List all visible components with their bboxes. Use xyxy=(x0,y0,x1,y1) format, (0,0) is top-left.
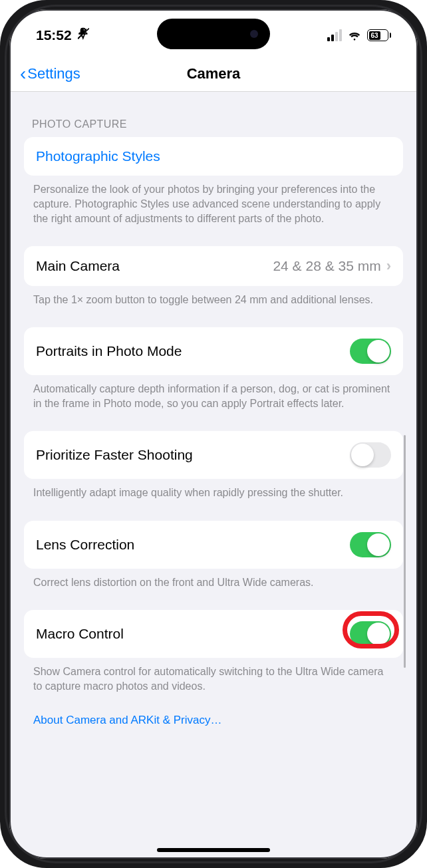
main-camera-footer: Tap the 1× zoom button to toggle between… xyxy=(24,286,403,307)
main-camera-label: Main Camera xyxy=(36,258,120,274)
section-header-photo-capture: PHOTO CAPTURE xyxy=(24,92,403,137)
prioritize-label: Prioritize Faster Shooting xyxy=(36,447,193,463)
cellular-icon xyxy=(327,29,342,41)
about-camera-link[interactable]: About Camera and ARKit & Privacy… xyxy=(24,694,403,754)
lens-correction-label: Lens Correction xyxy=(36,537,134,553)
nav-bar: ‹ Settings Camera xyxy=(9,56,418,92)
home-indicator[interactable] xyxy=(157,848,270,852)
page-title: Camera xyxy=(187,65,241,82)
chevron-left-icon: ‹ xyxy=(20,65,26,83)
battery-icon: 63 xyxy=(367,29,391,41)
photographic-styles-label: Photographic Styles xyxy=(36,148,160,164)
chevron-right-icon: › xyxy=(386,257,391,275)
portraits-toggle[interactable] xyxy=(350,339,391,364)
silent-icon xyxy=(76,27,89,44)
main-camera-row[interactable]: Main Camera 24 & 28 & 35 mm › xyxy=(24,246,403,286)
back-button[interactable]: ‹ Settings xyxy=(20,65,80,83)
macro-control-row: Macro Control xyxy=(24,610,403,658)
photographic-styles-row[interactable]: Photographic Styles xyxy=(24,137,403,176)
portraits-footer: Automatically capture depth information … xyxy=(24,375,403,411)
lens-correction-toggle[interactable] xyxy=(350,532,391,557)
portraits-row: Portraits in Photo Mode xyxy=(24,327,403,375)
status-time: 15:52 xyxy=(36,27,72,43)
scroll-indicator[interactable] xyxy=(404,435,406,668)
prioritize-row: Prioritize Faster Shooting xyxy=(24,431,403,479)
macro-control-toggle[interactable] xyxy=(350,621,391,647)
lens-correction-row: Lens Correction xyxy=(24,521,403,569)
prioritize-footer: Intelligently adapt image quality when r… xyxy=(24,479,403,500)
portraits-label: Portraits in Photo Mode xyxy=(36,343,182,359)
wifi-icon xyxy=(347,29,362,41)
lens-correction-footer: Correct lens distortion on the front and… xyxy=(24,569,403,590)
photographic-styles-footer: Personalize the look of your photos by b… xyxy=(24,176,403,226)
prioritize-toggle[interactable] xyxy=(350,442,391,468)
main-camera-value: 24 & 28 & 35 mm xyxy=(273,258,380,274)
dynamic-island xyxy=(157,19,270,49)
macro-control-footer: Show Camera control for automatically sw… xyxy=(24,658,403,694)
back-label: Settings xyxy=(27,65,80,82)
macro-control-label: Macro Control xyxy=(36,626,124,642)
